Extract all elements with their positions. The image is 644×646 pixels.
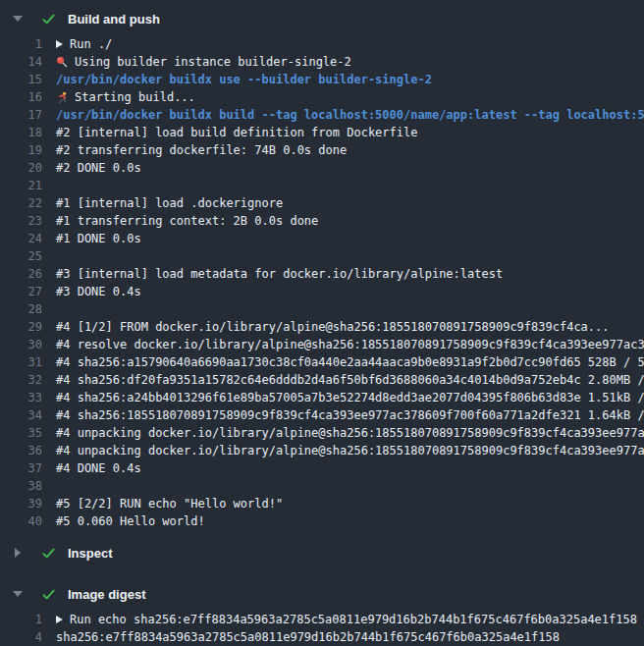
line-number-link[interactable]: 20 — [0, 159, 42, 177]
log-line: 36 #4 unpacking docker.io/library/alpine… — [0, 442, 644, 459]
line-number-link[interactable]: 30 — [0, 336, 42, 353]
step-title: Inspect — [68, 546, 113, 561]
log-line-body: #1 transferring context: 2B 0.0s done — [42, 212, 644, 230]
disclosure-triangle-icon[interactable] — [15, 548, 21, 558]
expand-group-chevron-icon[interactable] — [56, 40, 63, 48]
log-text: #4 sha256:185518070891758909c9f839cf4ca3… — [56, 406, 644, 424]
log-text: Run ./ — [70, 35, 112, 53]
log-text: #3 [internal] load metadata for docker.i… — [56, 265, 503, 283]
line-number-link[interactable]: 1 — [0, 611, 42, 628]
log-text: #4 sha256:df20fa9351a15782c64e6dddb2d4a6… — [56, 371, 644, 389]
line-number-link[interactable]: 27 — [0, 283, 42, 300]
log-text: #4 unpacking docker.io/library/alpine@sh… — [56, 442, 644, 459]
log-line-body: Using builder instance builder-single-2 — [42, 53, 644, 71]
line-number-link[interactable]: 16 — [0, 88, 42, 106]
log-section: Inspect — [0, 540, 644, 565]
log-text: #2 transferring dockerfile: 74B 0.0s don… — [56, 141, 347, 159]
log-line: 30 #4 resolve docker.io/library/alpine@s… — [0, 336, 644, 353]
log-text: #5 [2/2] RUN echo "Hello world!" — [56, 495, 283, 512]
line-number-link[interactable]: 34 — [0, 406, 42, 424]
log-text: #2 DONE 0.0s — [56, 159, 141, 177]
log-line: 4 sha256:e7ff8834a5963a2785c5a0811e979d1… — [0, 628, 644, 646]
line-number-link[interactable]: 23 — [0, 212, 42, 230]
disclosure-triangle-icon[interactable] — [13, 591, 23, 597]
line-number-link[interactable]: 37 — [0, 459, 42, 477]
log-text: #1 [internal] load .dockerignore — [56, 194, 283, 212]
log-text: sha256:e7ff8834a5963a2785c5a0811e979d16b… — [56, 628, 560, 646]
step-header[interactable]: Build and push — [0, 6, 644, 31]
expand-group-chevron-icon[interactable] — [56, 616, 63, 623]
log-text: Using builder instance builder-single-2 — [75, 53, 351, 71]
log-text: #1 DONE 0.0s — [56, 230, 141, 247]
log-line-body: #1 DONE 0.0s — [42, 230, 644, 247]
log-line: 21 — [0, 177, 644, 194]
line-number-link[interactable]: 39 — [0, 495, 42, 512]
log-line-body: #2 transferring dockerfile: 74B 0.0s don… — [42, 141, 644, 159]
line-number-link[interactable]: 1 — [0, 35, 42, 53]
line-number-link[interactable]: 28 — [0, 300, 42, 318]
log-line: 14 Using builder instance builder-single… — [0, 53, 644, 71]
log-line-body — [42, 247, 644, 265]
log-line: 28 — [0, 300, 644, 318]
log-line: 37 #4 DONE 0.4s — [0, 459, 644, 477]
line-number-link[interactable]: 17 — [0, 106, 42, 124]
line-number-link[interactable]: 38 — [0, 477, 42, 495]
line-number-link[interactable]: 14 — [0, 53, 42, 71]
log-line: 18 #2 [internal] load build definition f… — [0, 124, 644, 141]
log-line-body: #1 [internal] load .dockerignore — [42, 194, 644, 212]
step-header[interactable]: Inspect — [0, 540, 644, 565]
log-line: 38 — [0, 477, 644, 495]
log-line: 20 #2 DONE 0.0s — [0, 159, 644, 177]
pushpin-icon — [56, 56, 69, 69]
line-number-link[interactable]: 22 — [0, 194, 42, 212]
log-line: 22 #1 [internal] load .dockerignore — [0, 194, 644, 212]
log-line: 39 #5 [2/2] RUN echo "Hello world!" — [0, 495, 644, 512]
line-number-link[interactable]: 26 — [0, 265, 42, 283]
log-text: #4 sha256:a15790640a6690aa1730c38cf0a440… — [56, 353, 644, 371]
line-number-link[interactable]: 19 — [0, 141, 42, 159]
line-number-link[interactable]: 33 — [0, 389, 42, 406]
line-number-link[interactable]: 29 — [0, 318, 42, 336]
log-text: #5 0.060 Hello world! — [56, 512, 205, 530]
success-check-icon — [41, 12, 56, 27]
log-line: 15 /usr/bin/docker buildx use --builder … — [0, 71, 644, 88]
disclosure-triangle-icon[interactable] — [13, 16, 23, 22]
log-line: 26 #3 [internal] load metadata for docke… — [0, 265, 644, 283]
log-text: #4 DONE 0.4s — [56, 459, 141, 477]
line-number-link[interactable]: 35 — [0, 424, 42, 442]
log-line-body: #5 [2/2] RUN echo "Hello world!" — [42, 495, 644, 512]
log-line-body — [42, 177, 644, 194]
line-number-link[interactable]: 40 — [0, 512, 42, 530]
log-text: /usr/bin/docker buildx build --tag local… — [56, 106, 644, 124]
line-number-link[interactable]: 25 — [0, 247, 42, 265]
log-line-body: Starting build... — [42, 88, 644, 106]
log-line-body: Run ./ — [42, 35, 644, 53]
log-line-body: Run echo sha256:e7ff8834a5963a2785c5a081… — [42, 611, 644, 628]
log-line: 17 /usr/bin/docker buildx build --tag lo… — [0, 106, 644, 124]
log-line-body — [42, 477, 644, 495]
line-number-link[interactable]: 18 — [0, 124, 42, 141]
log-text: #4 sha256:a24bb4013296f61e89ba57005a7b3e… — [56, 389, 644, 406]
log-line-body — [42, 300, 644, 318]
log-line: 33 #4 sha256:a24bb4013296f61e89ba57005a7… — [0, 389, 644, 406]
line-number-link[interactable]: 24 — [0, 230, 42, 247]
line-number-link[interactable]: 31 — [0, 353, 42, 371]
log-line: 27 #3 DONE 0.4s — [0, 283, 644, 300]
log-line: 31 #4 sha256:a15790640a6690aa1730c38cf0a… — [0, 353, 644, 371]
line-number-link[interactable]: 4 — [0, 628, 42, 646]
log-line: 34 #4 sha256:185518070891758909c9f839cf4… — [0, 406, 644, 424]
log-text: #3 DONE 0.4s — [56, 283, 141, 300]
log-text: Run echo sha256:e7ff8834a5963a2785c5a081… — [70, 611, 637, 628]
line-number-link[interactable]: 32 — [0, 371, 42, 389]
success-check-icon — [41, 587, 56, 602]
line-number-link[interactable]: 15 — [0, 71, 42, 88]
line-number-link[interactable]: 21 — [0, 177, 42, 194]
log-line-body: #3 DONE 0.4s — [42, 283, 644, 300]
line-number-link[interactable]: 36 — [0, 442, 42, 459]
step-title: Build and push — [68, 12, 160, 27]
log-line: 32 #4 sha256:df20fa9351a15782c64e6dddb2d… — [0, 371, 644, 389]
log-text: #1 transferring context: 2B 0.0s done — [56, 212, 318, 230]
log-line-body: #3 [internal] load metadata for docker.i… — [42, 265, 644, 283]
log-line: 29 #4 [1/2] FROM docker.io/library/alpin… — [0, 318, 644, 336]
step-header[interactable]: Image digest — [0, 581, 644, 607]
